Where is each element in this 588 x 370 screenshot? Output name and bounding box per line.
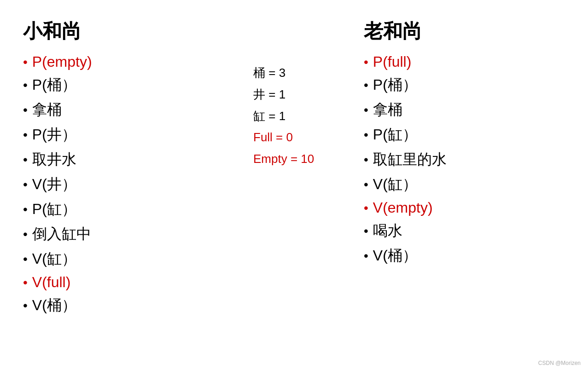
bullet-icon: • <box>23 275 28 290</box>
item-text: V(桶） <box>373 246 417 266</box>
bullet-icon: • <box>23 202 28 217</box>
item-text: P(缸） <box>373 125 417 145</box>
right-title: 老和尚 <box>364 18 565 44</box>
left-list-item: •P(桶） <box>23 75 235 95</box>
left-list-item: •P(empty) <box>23 53 235 70</box>
item-text: P(桶） <box>373 75 417 95</box>
item-text: 喝水 <box>373 221 402 241</box>
main-container: 小和尚 •P(empty)•P(桶）•拿桶•P(井）•取井水•V(井）•P(缸）… <box>0 0 588 370</box>
status-line: 桶 = 3 <box>253 62 355 84</box>
left-list-item: •P(井） <box>23 125 235 145</box>
right-list-item: •喝水 <box>364 221 565 241</box>
left-list-item: •取井水 <box>23 150 235 170</box>
left-section: 小和尚 •P(empty)•P(桶）•拿桶•P(井）•取井水•V(井）•P(缸）… <box>23 18 244 352</box>
item-text: 拿桶 <box>373 100 402 120</box>
status-line: 缸 = 1 <box>253 105 355 127</box>
left-list-item: •拿桶 <box>23 100 235 120</box>
bullet-icon: • <box>23 152 28 167</box>
right-section: 老和尚 •P(full)•P(桶）•拿桶•P(缸）•取缸里的水•V(缸）•V(e… <box>355 18 565 352</box>
right-list-item: •V(桶） <box>364 246 565 266</box>
bullet-icon: • <box>364 249 368 263</box>
left-item-list: •P(empty)•P(桶）•拿桶•P(井）•取井水•V(井）•P(缸）•倒入缸… <box>23 53 235 316</box>
item-text: 取缸里的水 <box>373 150 447 170</box>
right-list-item: •拿桶 <box>364 100 565 120</box>
status-block: 桶 = 3井 = 1缸 = 1Full = 0Empty = 10 <box>253 62 355 170</box>
bullet-icon: • <box>23 103 28 117</box>
left-list-item: •V(桶） <box>23 295 235 316</box>
bullet-icon: • <box>23 227 28 242</box>
bullet-icon: • <box>23 298 28 313</box>
left-list-item: •V(井） <box>23 174 235 195</box>
right-list-item: •P(缸） <box>364 125 565 145</box>
bullet-icon: • <box>364 177 368 192</box>
item-text: V(井） <box>32 174 76 195</box>
item-text: P(empty) <box>32 53 92 70</box>
bullet-icon: • <box>23 78 28 92</box>
watermark: CSDN @Morizen <box>538 360 581 366</box>
item-text: V(full) <box>32 274 71 291</box>
bullet-icon: • <box>364 78 368 92</box>
bullet-icon: • <box>364 201 368 215</box>
item-text: 取井水 <box>32 150 76 170</box>
bullet-icon: • <box>364 224 368 238</box>
item-text: V(缸） <box>373 174 417 195</box>
right-list-item: •P(full) <box>364 53 565 70</box>
item-text: V(empty) <box>373 199 433 216</box>
left-list-item: •V(缸） <box>23 249 235 269</box>
bullet-icon: • <box>23 252 28 266</box>
bullet-icon: • <box>364 55 368 69</box>
right-item-list: •P(full)•P(桶）•拿桶•P(缸）•取缸里的水•V(缸）•V(empty… <box>364 53 565 266</box>
item-text: 拿桶 <box>32 100 62 120</box>
left-list-item: •P(缸） <box>23 199 235 220</box>
bullet-icon: • <box>23 177 28 192</box>
status-line: 井 = 1 <box>253 84 355 105</box>
right-list-item: •取缸里的水 <box>364 150 565 170</box>
left-list-item: •倒入缸中 <box>23 224 235 244</box>
status-line: Full = 0 <box>253 127 355 148</box>
bullet-icon: • <box>364 103 368 117</box>
middle-section: 桶 = 3井 = 1缸 = 1Full = 0Empty = 10 <box>244 18 355 352</box>
bullet-icon: • <box>23 55 28 69</box>
item-text: P(桶） <box>32 75 76 95</box>
right-list-item: •V(缸） <box>364 174 565 195</box>
left-list-item: •V(full) <box>23 274 235 291</box>
item-text: 倒入缸中 <box>32 224 91 244</box>
status-line: Empty = 10 <box>253 148 355 170</box>
right-list-item: •V(empty) <box>364 199 565 216</box>
item-text: P(full) <box>373 53 412 70</box>
item-text: V(缸） <box>32 249 76 269</box>
item-text: P(缸） <box>32 199 76 220</box>
item-text: V(桶） <box>32 295 76 316</box>
bullet-icon: • <box>364 152 368 167</box>
left-title: 小和尚 <box>23 18 235 44</box>
item-text: P(井） <box>32 125 76 145</box>
bullet-icon: • <box>23 127 28 142</box>
bullet-icon: • <box>364 127 368 142</box>
right-list-item: •P(桶） <box>364 75 565 95</box>
